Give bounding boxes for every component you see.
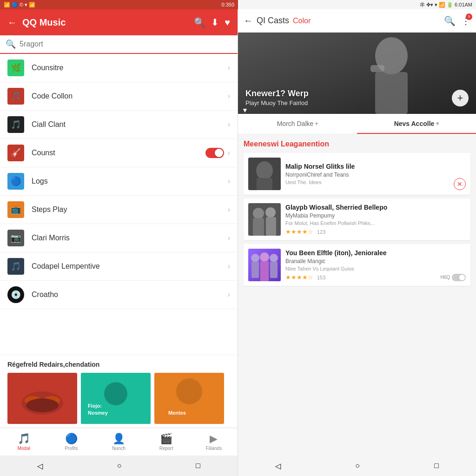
svg-point-27 xyxy=(251,254,259,262)
tab-nevs-arrow: ▾ xyxy=(436,120,439,127)
notification-badge: 9 xyxy=(466,13,472,20)
chevron-icon-1: › xyxy=(228,64,230,72)
music-card-1[interactable]: Malip Norsel Glitks lile NorrponiChiref … xyxy=(244,153,470,195)
svg-point-29 xyxy=(260,252,269,262)
star-count-2: 123 xyxy=(317,229,325,235)
music-title-1: Malip Norsel Glitks lile xyxy=(285,163,466,170)
list-item[interactable]: 💿 Croatho › xyxy=(0,281,238,309)
list-container: 🌿 Counsitre › 🎵 Code Collon › 🎵 Ciall Cl… xyxy=(0,54,238,355)
item-label-2: Code Collon xyxy=(32,92,228,100)
rec-images-container: Fiojo: Nosmey Mentes xyxy=(7,373,230,424)
music-card-2[interactable]: Glaypb Wiosall, Sherried Bellepo MyMabia… xyxy=(244,198,470,240)
music-subtitle-2: MyMabia Pempumy xyxy=(285,212,466,219)
report-icon: 🎬 xyxy=(160,433,172,445)
toggle-switch[interactable] xyxy=(205,148,224,158)
nav-item-modal[interactable]: 🎵 Modal xyxy=(0,428,47,456)
rec-image-1[interactable] xyxy=(7,373,77,424)
item-icon-3: 🎵 xyxy=(7,116,24,133)
hero-add-button[interactable]: + xyxy=(452,90,469,106)
item-icon-1: 🌿 xyxy=(7,60,24,76)
right-sys-recent-button[interactable]: □ xyxy=(434,462,439,470)
left-status-time: 0:350 xyxy=(221,2,234,7)
chevron-icon-2: › xyxy=(228,92,230,100)
list-item[interactable]: 🎵 Code Collon › xyxy=(0,82,238,111)
right-color-label[interactable]: Color xyxy=(293,17,311,25)
list-item[interactable]: 🌿 Counsitre › xyxy=(0,54,238,82)
tab-morch-label: Morch Dalke xyxy=(277,120,314,127)
list-item[interactable]: 📷 Clari Morris › xyxy=(0,224,238,252)
item-label-9: Croatho xyxy=(32,291,228,299)
tab-morch[interactable]: Morch Dalke ▾ xyxy=(238,114,357,134)
stars-2: ★★★★☆ xyxy=(285,228,313,235)
heart-button[interactable]: ♥ xyxy=(225,17,230,28)
svg-rect-22 xyxy=(253,218,264,236)
star-count-3: 153 xyxy=(317,275,325,280)
chevron-icon-6: › xyxy=(228,205,230,214)
report-label: Report xyxy=(159,446,173,451)
music-subtitle-1: NorrponiChiref and Teans xyxy=(285,172,466,178)
profits-icon: 🔵 xyxy=(65,433,78,445)
right-search-icon[interactable]: 🔍 xyxy=(444,15,456,26)
chevron-icon-4: › xyxy=(228,149,230,157)
list-item[interactable]: 🎵 Ciall Clant › xyxy=(0,111,238,139)
item-label-5: Logs xyxy=(32,177,228,185)
close-button-1[interactable]: ✕ xyxy=(454,178,466,190)
nav-item-profits[interactable]: 🔵 Profits xyxy=(47,428,95,456)
back-button[interactable]: ← xyxy=(7,17,17,28)
right-more-icon[interactable]: ⋮ 9 xyxy=(461,15,470,26)
svg-rect-19 xyxy=(257,178,272,190)
sys-home-button[interactable]: ○ xyxy=(117,462,122,470)
item-label-3: Ciall Clant xyxy=(32,120,228,129)
rec-image-2[interactable]: Fiojo: Nosmey xyxy=(81,373,151,424)
item-icon-6: 📺 xyxy=(7,201,24,218)
svg-rect-30 xyxy=(260,261,269,281)
svg-rect-15 xyxy=(375,72,408,114)
rec-image-3[interactable]: Mentes xyxy=(154,373,224,424)
nunch-icon: 👤 xyxy=(112,433,125,445)
stars-3: ★★★★☆ xyxy=(285,274,313,281)
list-item[interactable]: 🎵 Codapel Lempentive › xyxy=(0,252,238,281)
rating-2: ★★★★☆ 123 xyxy=(285,228,466,235)
list-item[interactable]: 🎸 Counst › xyxy=(0,139,238,167)
item-label-4: Counst xyxy=(32,149,205,157)
svg-rect-32 xyxy=(270,262,278,278)
music-desc-3: Nlee Tahen Vs Lequianl Guios xyxy=(285,266,466,271)
nav-item-filiands[interactable]: ▶ Filiands xyxy=(190,428,238,456)
music-info-1: Malip Norsel Glitks lile NorrponiChiref … xyxy=(285,158,466,190)
music-subtitle-3: Branalle Mangic xyxy=(285,258,466,264)
item-label-7: Clari Morris xyxy=(32,234,228,242)
svg-rect-28 xyxy=(251,262,259,278)
list-item[interactable]: 🔵 Logs › xyxy=(0,167,238,196)
nav-item-report[interactable]: 🎬 Report xyxy=(143,428,190,456)
rating-label-3: H6Q xyxy=(440,275,450,280)
search-bar: 🔍 xyxy=(0,35,238,54)
right-status-right-icons: ▾ ▾ 📶 🔋 6:01AM xyxy=(430,2,472,8)
search-icon: 🔍 xyxy=(6,39,16,49)
music-card-3[interactable]: You Been Elftle (iton), Jenioralee Brana… xyxy=(244,244,470,286)
item-icon-4: 🎸 xyxy=(7,145,24,161)
download-button[interactable]: ⬇ xyxy=(211,17,219,28)
right-back-button[interactable]: ← xyxy=(244,15,253,26)
small-toggle-3[interactable] xyxy=(452,274,466,281)
search-button[interactable]: 🔍 xyxy=(194,17,205,28)
filiands-label: Filiands xyxy=(206,446,222,451)
item-icon-8: 🎵 xyxy=(7,258,24,275)
music-info-3: You Been Elftle (iton), Jenioralee Brana… xyxy=(285,249,466,281)
list-item[interactable]: 📺 Steps Play › xyxy=(0,196,238,224)
tab-nevs[interactable]: Nevs Accolle ▾ xyxy=(357,114,476,134)
right-sys-back-button[interactable]: ◁ xyxy=(275,462,281,470)
search-input[interactable] xyxy=(20,40,232,48)
item-label-6: Steps Play xyxy=(32,205,228,214)
svg-point-23 xyxy=(265,207,276,218)
right-sys-home-button[interactable]: ○ xyxy=(355,462,360,470)
svg-point-21 xyxy=(253,208,264,219)
nav-item-nunch[interactable]: 👤 Nunch xyxy=(95,428,142,456)
right-status-left-icons: 串 ✤ xyxy=(420,1,430,8)
left-status-bar: 📶 🔵 © ▾ 📶 0:350 xyxy=(0,0,238,9)
hero-bottom-arrow: ▼ xyxy=(242,106,248,114)
sys-back-button[interactable]: ◁ xyxy=(37,462,43,470)
item-icon-9: 💿 xyxy=(7,286,24,303)
chevron-icon-7: › xyxy=(228,234,230,242)
sys-recent-button[interactable]: □ xyxy=(196,462,200,470)
section-title: Meeneswi Leaganention xyxy=(244,140,470,148)
